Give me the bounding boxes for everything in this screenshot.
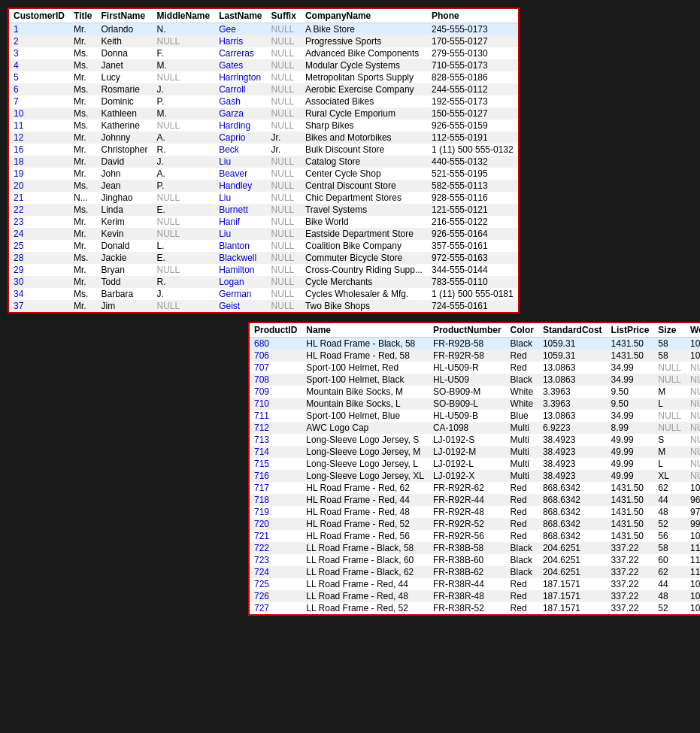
data-cell: HL Road Frame - Red, 48	[302, 506, 429, 518]
customer-id-cell: 6	[9, 83, 69, 95]
col-phone: Phone	[427, 9, 518, 23]
data-cell: FR-R38R-48	[429, 590, 506, 602]
data-cell: 192-555-0173	[427, 95, 518, 108]
data-cell: Chic Department Stores	[301, 192, 427, 204]
table-row: 707Sport-100 Helmet, RedHL-U509-RRed13.0…	[250, 362, 700, 374]
data-cell: 38.4923	[538, 446, 607, 458]
data-cell: Red	[506, 494, 538, 506]
data-cell: Mr.	[69, 240, 96, 252]
data-cell: N.	[153, 23, 215, 36]
null-cell: NULL	[686, 422, 700, 434]
table-row: 713Long-Sleeve Logo Jersey, SLJ-0192-SMu…	[250, 434, 700, 446]
data-cell: 1431.50	[607, 338, 654, 350]
lastname-cell: Beaver	[214, 168, 266, 180]
data-cell: 216-555-0122	[427, 216, 518, 228]
lastname-cell: Gates	[214, 59, 266, 71]
data-cell: 187.1571	[538, 602, 607, 614]
data-cell: 6.9223	[538, 422, 607, 434]
table-row: 11Ms.KatherineNULLHardingNULLSharp Bikes…	[9, 120, 518, 132]
data-cell: Multi	[506, 458, 538, 470]
null-cell: NULL	[267, 252, 301, 264]
data-cell: Black	[506, 338, 538, 350]
data-cell: 337.22	[607, 554, 654, 566]
data-cell: 1 (11) 500 555-0132	[427, 144, 518, 156]
table-row: 37Mr.JimNULLGeistNULLTwo Bike Shops724-5…	[9, 300, 518, 312]
product-id-cell: 726	[250, 590, 302, 602]
data-cell: 1431.50	[607, 482, 654, 494]
table-row: 709Mountain Bike Socks, MSO-B909-MWhite3…	[250, 386, 700, 398]
data-cell: HL-U509	[429, 374, 506, 386]
customer-id-cell: 10	[9, 108, 69, 120]
data-cell: Lucy	[96, 71, 152, 83]
data-cell: XL	[653, 470, 686, 482]
customer-id-cell: 29	[9, 264, 69, 276]
table-row: 725LL Road Frame - Red, 44FR-R38R-44Red1…	[250, 578, 700, 590]
table-row: 714Long-Sleeve Logo Jersey, MLJ-0192-MMu…	[250, 446, 700, 458]
table-row: 22Ms.LindaE.BurnettNULLTravel Systems121…	[9, 204, 518, 216]
product-id-cell: 725	[250, 578, 302, 590]
data-cell: Mr.	[69, 35, 96, 47]
data-cell: FR-R38R-52	[429, 602, 506, 614]
table-row: 6Ms.RosmarieJ.CarrollNULLAerobic Exercis…	[9, 83, 518, 95]
table-row: 719HL Road Frame - Red, 48FR-R92R-48Red8…	[250, 506, 700, 518]
data-cell: 710-555-0173	[427, 59, 518, 71]
data-cell: Black	[506, 554, 538, 566]
data-cell: 337.22	[607, 542, 654, 554]
data-cell: 52	[653, 602, 686, 614]
lastname-cell: Blackwell	[214, 252, 266, 264]
null-cell: NULL	[267, 168, 301, 180]
lastname-cell: Logan	[214, 276, 266, 288]
data-cell: 337.22	[607, 566, 654, 578]
data-cell: M	[653, 446, 686, 458]
customer-id-cell: 30	[9, 276, 69, 288]
null-cell: NULL	[653, 410, 686, 422]
table-row: 18Mr.DavidJ.LiuNULLCatalog Store440-555-…	[9, 156, 518, 168]
table-row: 717HL Road Frame - Red, 62FR-R92R-62Red8…	[250, 482, 700, 494]
lastname-cell: Carroll	[214, 83, 266, 95]
lastname-cell: Carreras	[214, 47, 266, 59]
data-cell: Cycle Merchants	[301, 276, 427, 288]
customer-id-cell: 5	[9, 71, 69, 83]
data-cell: 34.99	[607, 362, 654, 374]
customer-id-cell: 37	[9, 300, 69, 312]
data-cell: Rosmarie	[96, 83, 152, 95]
data-cell: 868.6342	[538, 506, 607, 518]
data-cell: FR-R92R-52	[429, 518, 506, 530]
data-cell: 3.3963	[538, 398, 607, 410]
lastname-cell: Garza	[214, 108, 266, 120]
col-title: Title	[69, 9, 96, 23]
data-cell: 13.0863	[538, 410, 607, 422]
null-cell: NULL	[267, 192, 301, 204]
table-row: 727LL Road Frame - Red, 52FR-R38R-52Red1…	[250, 602, 700, 614]
data-cell: Jinghao	[96, 192, 152, 204]
data-cell: 34.99	[607, 410, 654, 422]
data-cell: Jean	[96, 180, 152, 192]
data-cell: L	[653, 398, 686, 410]
data-cell: 972-555-0163	[427, 252, 518, 264]
customer-id-cell: 23	[9, 216, 69, 228]
null-cell: NULL	[267, 180, 301, 192]
col-lastname: LastName	[214, 9, 266, 23]
data-cell: FR-R92R-56	[429, 530, 506, 542]
data-cell: Kevin	[96, 228, 152, 240]
data-cell: 58	[653, 338, 686, 350]
table-row: 5Mr.LucyNULLHarringtonNULLMetropolitan S…	[9, 71, 518, 83]
data-cell: Donald	[96, 240, 152, 252]
data-cell: 48	[653, 590, 686, 602]
data-cell: HL Road Frame - Red, 62	[302, 482, 429, 494]
data-cell: Long-Sleeve Logo Jersey, L	[302, 458, 429, 470]
table-row: 20Ms.JeanP.HandleyNULLCentral Discount S…	[9, 180, 518, 192]
product-id-cell: 712	[250, 422, 302, 434]
data-cell: FR-R92R-58	[429, 350, 506, 362]
null-cell: NULL	[686, 458, 700, 470]
data-cell: 344-555-0144	[427, 264, 518, 276]
table-row: 706HL Road Frame - Red, 58FR-R92R-58Red1…	[250, 350, 700, 362]
data-cell: 9.50	[607, 386, 654, 398]
null-cell: NULL	[153, 192, 215, 204]
data-cell: 357-555-0161	[427, 240, 518, 252]
table-row: 10Ms.KathleenM.GarzaNULLRural Cycle Empo…	[9, 108, 518, 120]
data-cell: Keith	[96, 35, 152, 47]
data-cell: Kathleen	[96, 108, 152, 120]
data-cell: Orlando	[96, 23, 152, 36]
data-cell: Red	[506, 530, 538, 542]
